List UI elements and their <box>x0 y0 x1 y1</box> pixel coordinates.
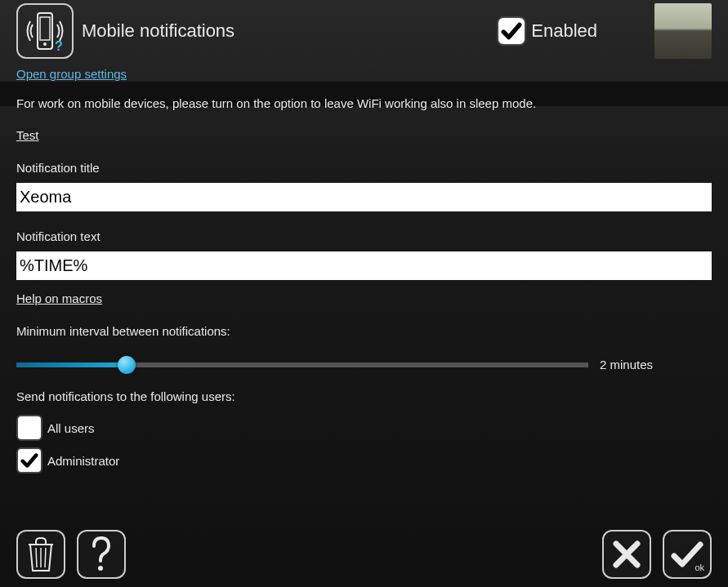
delete-button[interactable] <box>16 530 65 579</box>
svg-line-4 <box>36 548 37 567</box>
svg-point-2 <box>43 42 47 46</box>
page-title: Mobile notifications <box>82 20 497 42</box>
help-on-macros-link[interactable]: Help on macros <box>16 291 102 305</box>
open-group-settings-link[interactable]: Open group settings <box>16 67 127 81</box>
enabled-checkbox[interactable] <box>497 16 526 46</box>
trash-icon <box>27 536 55 572</box>
users-section-label: Send notifications to the following user… <box>0 389 728 403</box>
svg-rect-1 <box>40 17 50 40</box>
interval-label: Minimum interval between notifications: <box>0 324 728 338</box>
enabled-toggle[interactable]: Enabled <box>497 16 597 46</box>
close-icon <box>612 540 641 569</box>
help-button[interactable] <box>77 530 126 579</box>
checkmark-icon <box>20 451 38 469</box>
ok-label: ok <box>695 563 704 572</box>
checkmark-icon <box>501 20 522 42</box>
interval-slider[interactable] <box>16 362 588 367</box>
slider-fill <box>16 362 127 367</box>
ok-button[interactable]: ok <box>663 530 712 579</box>
footer-toolbar: ok <box>0 530 728 579</box>
all-users-checkbox[interactable] <box>16 415 42 441</box>
notification-text-input[interactable] <box>16 251 712 280</box>
interval-value: 2 minutes <box>600 358 653 371</box>
administrator-label: Administrator <box>47 454 119 468</box>
notification-text-label: Notification text <box>0 229 728 243</box>
all-users-label: All users <box>47 421 95 435</box>
svg-text:?: ? <box>55 39 63 52</box>
svg-point-7 <box>98 566 103 571</box>
test-link[interactable]: Test <box>16 128 39 142</box>
slider-thumb[interactable] <box>118 356 136 374</box>
module-icon: ? <box>16 3 74 59</box>
cancel-button[interactable] <box>602 530 651 579</box>
enabled-label: Enabled <box>531 20 597 42</box>
svg-line-6 <box>45 548 46 567</box>
mobile-phone-icon: ? <box>26 10 64 52</box>
wifi-info-text: For work on mobile devices, please turn … <box>0 96 728 110</box>
header-bar: ? Mobile notifications Enabled <box>0 0 728 59</box>
administrator-checkbox[interactable] <box>16 447 42 474</box>
camera-preview-thumbnail[interactable] <box>654 3 712 59</box>
question-icon <box>89 536 114 572</box>
notification-title-label: Notification title <box>0 161 728 175</box>
notification-title-input[interactable] <box>16 183 712 211</box>
